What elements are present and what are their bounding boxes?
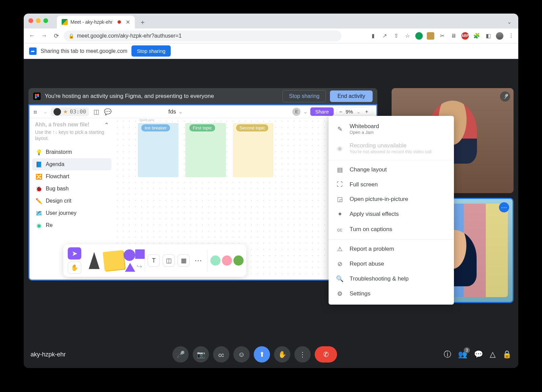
sidebar-item-userjourney[interactable]: 🗺️User journey — [32, 207, 111, 219]
figma-toolbar-top: ⌗ ⌄ ★ 03:00 ◫ 💬 fds ⌄ E ⌄ — [29, 105, 376, 118]
chip-icebreaker[interactable]: Ice breaker — [141, 124, 170, 131]
menu-troubleshooting[interactable]: 🔍Troubleshooting & help — [329, 271, 454, 286]
pencil-icon: ✎ — [336, 125, 343, 133]
section-tool-icon[interactable]: ◫ — [163, 254, 175, 267]
sidebar-item-brainstorm[interactable]: 💡Brainstorm — [32, 146, 111, 158]
activity-host-banner: You're hosting an activity using Figma, … — [28, 88, 377, 104]
chat-icon[interactable]: 💬 — [474, 350, 483, 359]
bug-icon: 🐞 — [36, 185, 42, 192]
menu-report-abuse[interactable]: ⊘Report abuse — [329, 256, 454, 271]
text-tool-icon[interactable]: T — [148, 254, 160, 267]
sidebar-item-bugbash[interactable]: 🐞Bug bash — [32, 183, 111, 195]
stop-sharing-button[interactable]: Stop sharing — [131, 45, 171, 57]
extension-abp-icon[interactable]: ABP — [461, 32, 469, 40]
extension-tray: ▮ ↗ ⇧ ☆ ✂ 🖥 ABP 🧩 ◧ ⋮ — [369, 32, 515, 40]
browser-tab[interactable]: Meet - aky-hzpk-ehr ✕ — [57, 16, 135, 28]
menu-whiteboard[interactable]: ✎ WhiteboardOpen a Jam — [329, 119, 454, 139]
circle-shape-icon — [124, 249, 135, 261]
sidebar-item-re[interactable]: ◉Re — [32, 219, 111, 231]
menu-visual-effects[interactable]: ✦Apply visual effects — [329, 207, 454, 222]
activities-icon[interactable]: △ — [490, 350, 496, 359]
people-icon[interactable]: 👥3 — [458, 350, 467, 359]
hand-tool-icon[interactable]: ✋ — [68, 262, 81, 274]
mic-button[interactable]: 🎤 — [172, 346, 189, 363]
stamp-3-icon — [233, 255, 244, 266]
activity-stop-sharing-button[interactable]: Stop sharing — [283, 90, 326, 102]
pencil-icon: ✏️ — [36, 198, 42, 204]
reactions-button[interactable]: ☺ — [233, 346, 250, 363]
chrome-menu-icon[interactable]: ⋮ — [507, 32, 515, 40]
camera-icon[interactable]: ▮ — [369, 32, 377, 40]
tile-more-icon[interactable]: ⋯ — [499, 202, 509, 212]
address-bar[interactable]: 🔒 meet.google.com/aky-hzpk-ehr?authuser=… — [64, 30, 341, 41]
tabs-dropdown-icon[interactable]: ⌄ — [507, 19, 512, 25]
raise-hand-button[interactable]: ✋ — [274, 346, 290, 363]
meet-more-options-menu: ✎ WhiteboardOpen a Jam ◉ Recording unava… — [329, 116, 454, 305]
captions-button[interactable]: ㏄ — [213, 346, 229, 363]
figma-menu-icon[interactable]: ⌗ — [34, 109, 40, 115]
end-activity-button[interactable]: End activity — [330, 90, 373, 102]
profile-avatar-icon[interactable] — [496, 32, 503, 40]
present-button[interactable]: ⬆ — [254, 346, 270, 363]
meeting-details-icon[interactable]: ⓘ — [444, 349, 451, 359]
tool-shapes[interactable]: ↪ — [125, 247, 142, 274]
new-tab-button[interactable]: ＋ — [138, 17, 148, 27]
figma-timer[interactable]: ★ 03:00 — [51, 107, 89, 116]
zoom-control[interactable]: − 9% ⌄ ＋ — [336, 107, 372, 116]
more-tools-icon[interactable]: ⋯ — [192, 256, 205, 265]
menu-fullscreen[interactable]: ⛶Full screen — [329, 177, 454, 192]
extension-green-icon[interactable] — [415, 32, 423, 40]
menu-report-problem[interactable]: ⚠Report a problem — [329, 242, 454, 256]
camera-button[interactable]: 📷 — [193, 346, 209, 363]
figma-logo-icon — [33, 92, 41, 100]
side-panel-icon[interactable]: ◧ — [484, 32, 492, 40]
zoom-out-icon[interactable]: − — [339, 109, 342, 115]
captions-icon: ㏄ — [336, 225, 343, 233]
square-shape-icon — [135, 249, 145, 259]
sidebar-item-flowchart[interactable]: 🔀Flowchart — [32, 170, 111, 183]
table-tool-icon[interactable]: ▦ — [178, 254, 190, 267]
menu-captions[interactable]: ㏄Turn on captions — [329, 222, 454, 237]
cursor-tool-icon[interactable]: ➤ — [68, 247, 81, 260]
host-controls-icon[interactable]: 🔒 — [502, 350, 512, 359]
sidebar-item-designcrit[interactable]: ✏️Design crit — [32, 195, 111, 207]
sidebar-item-agenda[interactable]: 📘Agenda — [32, 158, 111, 170]
zoom-value: 9% — [346, 109, 353, 115]
chip-secondtopic[interactable]: Second topic — [236, 124, 268, 131]
close-window-icon[interactable] — [28, 18, 33, 23]
comments-icon[interactable]: 💬 — [104, 108, 112, 116]
open-external-icon[interactable]: ↗ — [381, 32, 388, 40]
lightbulb-icon: 💡 — [36, 149, 42, 156]
tool-pencil[interactable] — [86, 247, 103, 274]
chip-firsttopic[interactable]: First topic — [189, 124, 215, 131]
leave-call-button[interactable]: ✆ — [315, 346, 337, 363]
figma-file-title[interactable]: fds ⌄ — [168, 108, 183, 115]
extensions-puzzle-icon[interactable]: 🧩 — [473, 32, 480, 40]
tool-selection[interactable]: ➤ ✋ — [66, 247, 83, 274]
tool-stamps[interactable] — [210, 255, 244, 266]
back-button[interactable]: ← — [27, 31, 37, 41]
close-panel-icon[interactable]: ⌃ — [104, 122, 109, 128]
menu-recording: ◉ Recording unavailableYou're not allowe… — [329, 139, 454, 158]
maximize-window-icon[interactable] — [43, 18, 48, 23]
tool-misc-row: T ◫ ▦ ⋯ — [148, 247, 205, 274]
minimize-window-icon[interactable] — [36, 18, 41, 23]
figma-share-button[interactable]: Share — [310, 107, 333, 116]
extension-scissors-icon[interactable]: ✂ — [438, 32, 446, 40]
menu-pip[interactable]: ◲Open picture-in-picture — [329, 192, 454, 207]
menu-settings[interactable]: ⚙Settings — [329, 286, 454, 301]
menu-change-layout[interactable]: ▤Change layout — [329, 162, 454, 177]
forward-button[interactable]: → — [39, 31, 49, 41]
close-tab-icon[interactable]: ✕ — [126, 19, 130, 25]
tool-sticky[interactable] — [105, 247, 122, 274]
presence-avatar[interactable]: E — [292, 108, 300, 116]
star-icon[interactable]: ☆ — [404, 32, 411, 40]
extension-book-icon[interactable] — [427, 32, 434, 40]
reload-button[interactable]: ⟳ — [51, 31, 61, 41]
extension-monitor-icon[interactable]: 🖥 — [450, 32, 457, 40]
layout-toggle-icon[interactable]: ◫ — [92, 108, 100, 116]
sparkle-icon: ✦ — [336, 210, 343, 218]
share-icon[interactable]: ⇧ — [392, 32, 400, 40]
more-options-button[interactable]: ⋮ — [294, 346, 311, 363]
zoom-in-icon[interactable]: ＋ — [364, 108, 369, 115]
